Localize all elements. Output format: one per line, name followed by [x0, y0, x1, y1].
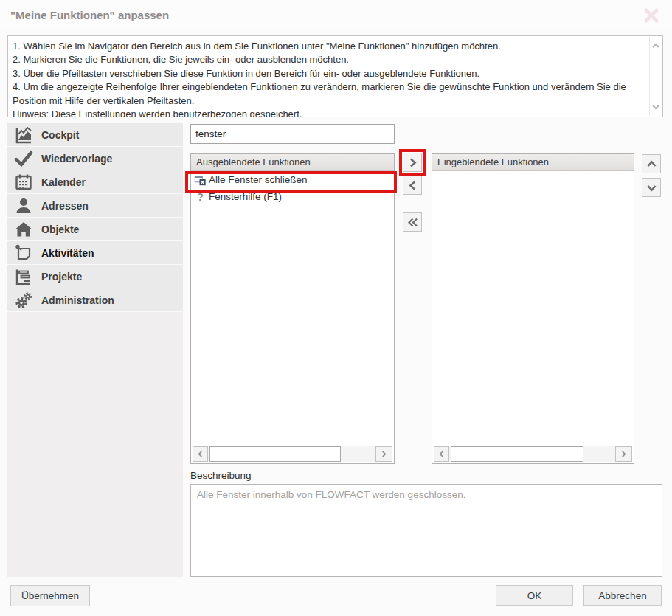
chevron-right-icon: [407, 157, 418, 168]
sidebar-item-projekte[interactable]: Projekte: [7, 265, 183, 288]
sidebar-item-administration[interactable]: Administration: [7, 288, 183, 312]
close-all-windows-icon: [194, 174, 207, 186]
list-item-label: Alle Fenster schließen: [209, 174, 308, 185]
instruction-line: 2. Markieren Sie die Funktionen, die Sie…: [13, 53, 643, 66]
scroll-right-button[interactable]: [375, 446, 392, 462]
list-item-alle-fenster-schliessen[interactable]: Alle Fenster schließen: [191, 171, 394, 188]
instructions-box: 1. Wählen Sie im Navigator den Bereich a…: [7, 35, 663, 117]
chevron-left-icon: [196, 450, 204, 458]
question-icon: ?: [194, 191, 207, 203]
instructions-scrollbar[interactable]: [649, 37, 662, 116]
chevron-left-icon: [437, 450, 446, 458]
description-text: Alle Fenster innerhalb von FLOWFACT werd…: [197, 489, 465, 500]
move-all-left-button[interactable]: [403, 212, 422, 232]
sidebar-item-label: Aktivitäten: [41, 247, 94, 259]
shown-functions-panel: Eingeblendete Funktionen: [432, 153, 634, 464]
move-down-button[interactable]: [642, 178, 661, 197]
sidebar-item-wiedervorlage[interactable]: Wiedervorlage: [7, 147, 183, 170]
sidebar-item-label: Adressen: [41, 200, 89, 212]
scroll-left-button[interactable]: [193, 446, 208, 462]
scroll-down-icon[interactable]: [651, 103, 660, 111]
sidebar-item-label: Kalender: [41, 176, 86, 188]
move-up-button[interactable]: [642, 154, 661, 173]
titlebar: "Meine Funktionen" anpassen: [0, 0, 672, 30]
sidebar-item-kalender[interactable]: Kalender: [7, 170, 183, 194]
move-left-button[interactable]: [403, 176, 422, 195]
scrollbar-thumb[interactable]: [451, 446, 583, 462]
hidden-panel-hscrollbar: [193, 446, 392, 462]
sidebar-item-adressen[interactable]: Adressen: [7, 194, 183, 218]
note-pin-icon: [14, 243, 33, 263]
chevron-down-icon: [646, 182, 657, 193]
sidebar-item-cockpit[interactable]: Cockpit: [7, 123, 183, 147]
description-box: Alle Fenster innerhalb von FLOWFACT werd…: [190, 484, 662, 577]
gears-icon: [14, 291, 33, 310]
chevron-right-icon: [380, 450, 388, 458]
sidebar-item-label: Wiedervorlage: [41, 153, 112, 165]
scroll-right-button[interactable]: [615, 446, 632, 462]
sidebar-item-label: Administration: [41, 294, 114, 306]
house-icon: [14, 220, 33, 239]
chart-icon: [14, 125, 33, 145]
sidebar-item-label: Cockpit: [41, 129, 79, 141]
list-item-label: Fensterhilfe (F1): [209, 191, 282, 202]
chevron-up-icon: [646, 159, 657, 170]
instruction-line: 1. Wählen Sie im Navigator den Bereich a…: [13, 40, 643, 53]
calendar-icon: [14, 173, 33, 192]
scroll-up-icon[interactable]: [651, 41, 660, 50]
instruction-line: 4. Um die angezeigte Reihenfolge Ihrer e…: [13, 80, 643, 108]
customize-functions-dialog: "Meine Funktionen" anpassen 1. Wählen Si…: [0, 0, 672, 616]
checkmark-icon: [14, 149, 33, 168]
sidebar-item-objekte[interactable]: Objekte: [7, 218, 183, 241]
scrollbar-thumb[interactable]: [209, 446, 341, 462]
dialog-title: "Meine Funktionen" anpassen: [10, 9, 169, 21]
list-item-fensterhilfe[interactable]: ? Fensterhilfe (F1): [191, 188, 394, 205]
double-chevron-left-icon: [407, 217, 418, 228]
chevron-right-icon: [620, 450, 628, 458]
scroll-left-button[interactable]: [434, 446, 449, 462]
sidebar-item-aktivitaeten[interactable]: Aktivitäten: [7, 241, 183, 265]
shown-panel-hscrollbar: [434, 446, 632, 462]
shown-functions-header: Eingeblendete Funktionen: [432, 154, 634, 171]
move-right-button[interactable]: [403, 153, 422, 172]
instruction-line: Hinweis: Diese Einstellungen werden benu…: [13, 108, 643, 117]
navigator-sidebar: Cockpit Wiedervorlage Kalender: [7, 123, 183, 577]
search-input[interactable]: [190, 124, 395, 144]
instruction-line: 3. Über die Pfeiltasten verschieben Sie …: [13, 67, 643, 80]
hidden-functions-header: Ausgeblendete Funktionen: [191, 154, 394, 171]
cancel-button[interactable]: Abbrechen: [583, 585, 662, 606]
sidebar-item-label: Objekte: [41, 224, 79, 235]
person-icon: [14, 196, 33, 215]
hidden-functions-panel: Ausgeblendete Funktionen Alle Fenster sc…: [190, 153, 395, 464]
gantt-icon: [14, 267, 33, 286]
ok-button[interactable]: OK: [496, 585, 573, 606]
sidebar-item-label: Projekte: [41, 271, 82, 283]
apply-button[interactable]: Übernehmen: [10, 585, 90, 606]
close-icon[interactable]: [642, 7, 660, 24]
chevron-left-icon: [407, 180, 418, 191]
description-label: Beschreibung: [190, 470, 252, 481]
